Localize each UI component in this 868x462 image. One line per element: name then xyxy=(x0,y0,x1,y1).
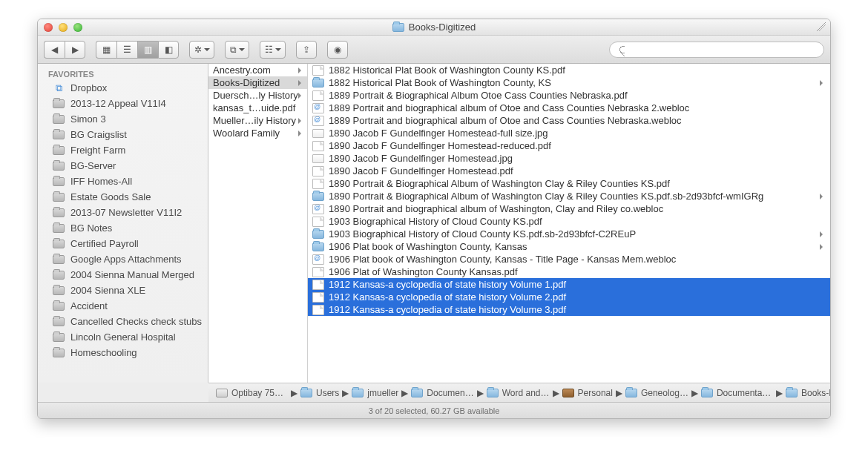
path-crumb[interactable]: Books-Digitized xyxy=(786,388,830,398)
file-row[interactable]: 1890 Jacob F Gundelfinger Homestead-full… xyxy=(308,127,830,139)
file-row[interactable]: 1890 Portrait & Biographical Album of Wa… xyxy=(308,177,830,190)
parent-item[interactable]: Duersch…ly History xyxy=(208,89,307,102)
path-crumb-label: Books-Digitized xyxy=(801,388,830,398)
path-crumb[interactable]: Word and… xyxy=(487,388,550,398)
sidebar-item[interactable]: Cancelled Checks check stubs xyxy=(38,314,208,329)
sidebar-item[interactable]: Simon 3 xyxy=(38,111,208,127)
folder-icon xyxy=(786,389,798,397)
path-crumb-label: Users xyxy=(316,388,339,398)
fullscreen-icon[interactable] xyxy=(817,22,826,31)
forward-button[interactable]: ▶ xyxy=(65,41,85,59)
sidebar-item[interactable]: BG Craigslist xyxy=(38,127,208,142)
file-row[interactable]: 1889 Portrait and biographical album of … xyxy=(308,102,830,114)
path-crumb[interactable]: Personal xyxy=(562,388,613,398)
disclosure-arrow-icon xyxy=(820,80,826,86)
coverflow-view-button[interactable]: ◧ xyxy=(158,41,179,59)
search-input[interactable] xyxy=(609,42,824,58)
sidebar-item[interactable]: 2004 Sienna Manual Merged xyxy=(38,267,208,283)
parent-item[interactable]: Woolard Family xyxy=(208,127,307,139)
path-crumb[interactable]: jmueller xyxy=(352,388,398,398)
file-row[interactable]: 1906 Plat book of Washington County, Kan… xyxy=(308,253,830,265)
sidebar-item[interactable]: IFF Homes-All xyxy=(38,174,208,189)
path-crumb-label: Personal xyxy=(578,388,613,398)
file-row[interactable]: 1890 Jacob F Gundelfinger Homestead-redu… xyxy=(308,139,830,152)
file-row[interactable]: 1890 Jacob F Gundelfinger Homestead.pdf xyxy=(308,165,830,177)
file-name: 1890 Jacob F Gundelfinger Homestead-full… xyxy=(329,128,548,139)
sidebar-header: FAVORITES xyxy=(38,67,208,80)
parent-item[interactable]: kansas_t…uide.pdf xyxy=(208,102,307,114)
file-row[interactable]: 1889 Portrait and biographical album of … xyxy=(308,114,830,127)
hdd-icon xyxy=(216,389,228,397)
file-name: 1906 Plat of Washington County Kansas.pd… xyxy=(329,266,518,277)
folder-gray-icon xyxy=(53,99,65,108)
parent-item-label: Duersch…ly History xyxy=(213,90,298,101)
close-button[interactable] xyxy=(44,23,53,32)
file-row[interactable]: 1890 Portrait & Biographical Album of Wa… xyxy=(308,190,830,202)
sidebar-item[interactable]: ⧉Dropbox xyxy=(38,80,208,96)
list-view-button[interactable]: ☰ xyxy=(116,41,137,59)
sidebar-item-label: 2004 Sienna XLE xyxy=(70,285,145,296)
quicklook-button[interactable]: ◉ xyxy=(327,41,348,59)
path-crumb[interactable]: Optibay 750 Gig xyxy=(216,388,288,398)
file-row[interactable]: 1890 Jacob F Gundelfinger Homestead.jpg xyxy=(308,152,830,165)
sidebar-item[interactable]: Homeschooling xyxy=(38,345,208,360)
folder-gray-icon xyxy=(53,177,65,186)
parent-item-label: kansas_t…uide.pdf xyxy=(213,102,295,113)
sidebar-item[interactable]: Freight Farm xyxy=(38,142,208,158)
file-row[interactable]: 1906 Plat of Washington County Kansas.pd… xyxy=(308,265,830,278)
share-button[interactable]: ⇪ xyxy=(296,41,317,59)
file-row[interactable]: 1912 Kansas-a cyclopedia of state histor… xyxy=(308,303,830,316)
file-row[interactable]: 1882 Historical Plat Book of Washington … xyxy=(308,76,830,89)
doc-icon xyxy=(312,166,324,176)
sidebar-item-label: 2013-12 Appeal V11I4 xyxy=(70,98,166,109)
path-separator-icon: ▶ xyxy=(401,388,408,398)
disclosure-arrow-icon xyxy=(298,118,304,124)
parent-item[interactable]: Ancestry.com xyxy=(208,64,307,76)
sidebar-item[interactable]: 2013-12 Appeal V11I4 xyxy=(38,96,208,111)
path-crumb-label: Documen… xyxy=(427,388,473,398)
sidebar-item[interactable]: Estate Goods Sale xyxy=(38,189,208,205)
disclosure-arrow-icon xyxy=(298,93,304,99)
file-row[interactable]: 1912 Kansas-a cyclopedia of state histor… xyxy=(308,291,830,303)
sidebar-item-label: 2013-07 Newsletter V11I2 xyxy=(70,207,182,218)
column-view-button[interactable]: ▥ xyxy=(137,41,158,59)
sidebar-item[interactable]: Google Apps Attachments xyxy=(38,251,208,267)
zoom-button[interactable] xyxy=(73,23,82,32)
sidebar-item[interactable]: Accident xyxy=(38,298,208,314)
doc-icon xyxy=(312,267,324,277)
file-row[interactable]: 1903 Biographical History of Cloud Count… xyxy=(308,228,830,240)
sidebar-item[interactable]: 2004 Sienna XLE xyxy=(38,283,208,298)
title-folder-icon xyxy=(392,23,404,32)
file-row[interactable]: 1906 Plat book of Washington County, Kan… xyxy=(308,240,830,253)
dropbox-button[interactable]: ⧉ xyxy=(225,41,249,59)
parent-item[interactable]: Books-Digitized xyxy=(208,76,307,89)
parent-item[interactable]: Mueller…ily History xyxy=(208,114,307,127)
path-crumb[interactable]: Geneolog… xyxy=(625,388,688,398)
path-crumb[interactable]: Documen… xyxy=(411,388,473,398)
file-name: 1912 Kansas-a cyclopedia of state histor… xyxy=(329,279,566,290)
img-icon xyxy=(312,154,324,163)
back-button[interactable]: ◀ xyxy=(44,41,65,59)
folder-gray-icon xyxy=(53,286,65,295)
file-row[interactable]: 1912 Kansas-a cyclopedia of state histor… xyxy=(308,278,830,291)
disclosure-arrow-icon xyxy=(298,67,304,73)
path-crumb[interactable]: Users xyxy=(300,388,339,398)
icon-view-button[interactable]: ▦ xyxy=(96,41,116,59)
file-row[interactable]: 1903 Biographical History of Cloud Count… xyxy=(308,215,830,228)
arrange-button[interactable]: ☷ xyxy=(260,41,286,59)
path-separator-icon: ▶ xyxy=(553,388,559,398)
minimize-button[interactable] xyxy=(59,23,68,32)
file-name: 1912 Kansas-a cyclopedia of state histor… xyxy=(329,304,566,315)
sidebar-item[interactable]: BG Notes xyxy=(38,220,208,236)
status-bar: 3 of 20 selected, 60.27 GB available xyxy=(38,402,830,418)
file-row[interactable]: 1889 Portrait & Biographical Album Otoe … xyxy=(308,89,830,102)
sidebar-item[interactable]: 2013-07 Newsletter V11I2 xyxy=(38,205,208,220)
action-button[interactable]: ✲ xyxy=(189,41,214,59)
sidebar-item[interactable]: Lincoln General Hospital xyxy=(38,329,208,345)
path-crumb[interactable]: Documentation xyxy=(701,388,773,398)
sidebar-item[interactable]: BG-Server xyxy=(38,158,208,174)
file-row[interactable]: 1890 Portrait and biographical album of … xyxy=(308,202,830,215)
sidebar-item[interactable]: Certified Payroll xyxy=(38,236,208,251)
file-row[interactable]: 1882 Historical Plat Book of Washington … xyxy=(308,64,830,76)
path-crumb-label: Geneolog… xyxy=(641,388,688,398)
